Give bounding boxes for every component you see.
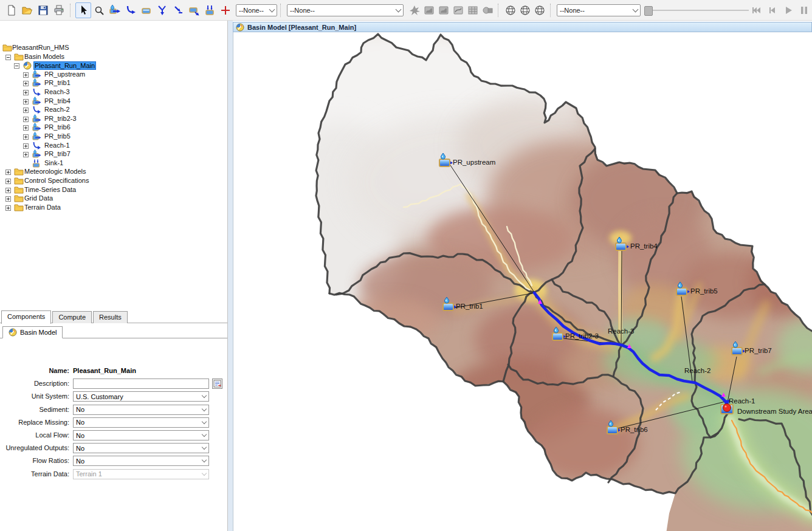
sediment-select[interactable]: No <box>73 405 209 415</box>
element-filter-dropdown[interactable]: --None-- <box>236 4 277 16</box>
panel-splitter[interactable] <box>228 21 233 531</box>
description-expand-button[interactable] <box>212 379 222 389</box>
tree-expander-icon[interactable] <box>23 116 29 123</box>
print-button[interactable] <box>51 2 67 18</box>
tree-item-PR_trib6[interactable]: PR_trib6 <box>0 123 227 132</box>
tree-item-label: PR_upstream <box>43 70 86 78</box>
replacemissing-select[interactable]: No <box>73 417 209 428</box>
sink-tool-button[interactable] <box>202 2 218 18</box>
form-row: Flow Ratios:No <box>0 456 227 467</box>
tree-item-PleasantRun_HMS[interactable]: PleasantRun_HMS <box>0 43 227 52</box>
field-label: Sediment: <box>0 406 69 413</box>
tree-item-Reach-3[interactable]: Reach-3 <box>0 87 227 97</box>
tree-expander-icon[interactable] <box>5 54 11 61</box>
tree-expander-icon[interactable] <box>5 187 11 194</box>
chevron-down-icon <box>202 419 207 424</box>
tree-expander-icon[interactable] <box>5 205 11 212</box>
snapshot-button[interactable] <box>480 2 495 18</box>
tree-expander-icon[interactable] <box>14 63 19 70</box>
tree-item-Reach-1[interactable]: Reach-1 <box>0 141 227 150</box>
tree-item-Sink-1[interactable]: Sink-1 <box>0 159 227 168</box>
tree-item-Meteorologic Models[interactable]: Meteorologic Models <box>0 167 227 176</box>
tab-compute[interactable]: Compute <box>52 311 92 323</box>
toolbar-separator <box>280 4 284 17</box>
tree-expander-icon[interactable] <box>23 143 29 150</box>
junction-tool-button[interactable] <box>154 2 170 18</box>
tree-item-Pleasant_Run_Main[interactable]: Pleasant_Run_Main <box>0 61 227 70</box>
tree-expander-icon[interactable] <box>23 134 29 141</box>
tree-item-PR_trib4[interactable]: PR_trib4 <box>0 97 227 106</box>
flowratios-select[interactable]: No <box>73 456 209 466</box>
select-value: No <box>76 445 84 452</box>
select-value: No <box>76 432 84 439</box>
anim-play-button[interactable] <box>780 2 796 18</box>
tree-item-PR_trib1[interactable]: PR_trib1 <box>0 78 227 87</box>
tree-item-PR_upstream[interactable]: PR_upstream <box>0 70 227 79</box>
reach-tool-button[interactable] <box>123 2 139 18</box>
anim-step-back-button[interactable] <box>765 2 780 18</box>
anim-rewind-button[interactable] <box>749 2 765 18</box>
tree-expander-icon[interactable] <box>23 80 29 87</box>
globe-3-button[interactable] <box>532 2 547 18</box>
tree-item-PR_trib2-3[interactable]: PR_trib2-3 <box>0 114 227 123</box>
tree-item-Grid Data[interactable]: Grid Data <box>0 194 227 203</box>
tree-expander-icon[interactable] <box>5 169 11 176</box>
tree-item-PR_trib5[interactable]: PR_trib5 <box>0 132 227 141</box>
tree-item-Time-Series Data[interactable]: Time-Series Data <box>0 185 227 194</box>
save-file-button[interactable] <box>35 2 51 18</box>
animation-dropdown[interactable]: --None-- <box>557 4 641 16</box>
globe-2-button[interactable] <box>518 2 532 18</box>
map-sink-icon[interactable] <box>721 404 733 414</box>
tree-expander-icon[interactable] <box>23 98 29 106</box>
zoom-button[interactable] <box>91 2 107 18</box>
unitsystem-select[interactable]: U.S. Customary <box>73 391 209 402</box>
chevron-down-icon <box>202 393 207 398</box>
tab-results[interactable]: Results <box>93 311 128 323</box>
new-file-button[interactable] <box>4 2 19 18</box>
tree-expander-icon[interactable] <box>23 125 29 132</box>
globe-1-button[interactable] <box>503 2 518 18</box>
met-map-button[interactable] <box>436 2 451 18</box>
basin-map-canvas[interactable]: PR_upstreamPR_trib1PR_trib2-3PR_trib4PR_… <box>233 32 812 531</box>
results-graph-button[interactable] <box>451 2 466 18</box>
name-value: Pleasant_Run_Main <box>73 367 136 374</box>
tree-expander-icon[interactable] <box>23 151 29 159</box>
tree-item-Terrain Data[interactable]: Terrain Data <box>0 203 227 212</box>
select-arrow-button[interactable] <box>75 2 91 18</box>
terraindata-select[interactable]: Terrain 1 <box>73 469 209 479</box>
source-tool-button[interactable] <box>170 2 186 18</box>
diversion-tool-button[interactable] <box>186 2 202 18</box>
reservoir-tool-button[interactable] <box>139 2 154 18</box>
localflow-select[interactable]: No <box>73 430 209 440</box>
tree-item-Control Specifications[interactable]: Control Specifications <box>0 176 227 185</box>
component-editor-panel: Basin ModelName:Pleasant_Run_MainDescrip… <box>0 323 227 531</box>
compute-button[interactable] <box>407 2 422 18</box>
animation-slider[interactable] <box>644 4 749 16</box>
tree-item-Basin Models[interactable]: Basin Models <box>0 52 227 61</box>
breakpoint-tool-button[interactable] <box>218 2 233 18</box>
map-element-label: PR_trib5 <box>690 287 718 295</box>
unregulatedoutputs-select[interactable]: No <box>73 443 209 453</box>
tree-expander-icon[interactable] <box>23 72 29 79</box>
tree-item-Reach-2[interactable]: Reach-2 <box>0 105 227 114</box>
basin-model-tab[interactable]: Basin Model <box>2 326 63 338</box>
slider-thumb[interactable] <box>644 6 653 16</box>
basin-map-button[interactable] <box>422 2 436 18</box>
tree-expander-icon[interactable] <box>23 107 29 114</box>
toolbar-separator <box>70 4 74 17</box>
field-label: Terrain Data: <box>0 470 69 478</box>
subbasin-tool-button[interactable] <box>107 2 123 18</box>
open-file-button[interactable] <box>19 2 35 18</box>
results-table-button[interactable] <box>466 2 480 18</box>
anim-pause-button[interactable] <box>796 2 812 18</box>
map-window-title: Basin Model [Pleasant_Run_Main] <box>247 24 356 31</box>
tab-components[interactable]: Components <box>1 310 51 324</box>
tree-expander-icon[interactable] <box>5 196 11 203</box>
tree-expander-icon[interactable] <box>23 89 29 97</box>
tree-item-PR_trib7[interactable]: PR_trib7 <box>0 149 227 159</box>
map-window-titlebar[interactable]: Basin Model [Pleasant_Run_Main] <box>233 22 812 32</box>
description-input[interactable] <box>73 379 209 389</box>
select-value: No <box>76 406 84 413</box>
simulation-run-dropdown[interactable]: --None-- <box>287 4 404 16</box>
tree-expander-icon[interactable] <box>5 178 11 185</box>
